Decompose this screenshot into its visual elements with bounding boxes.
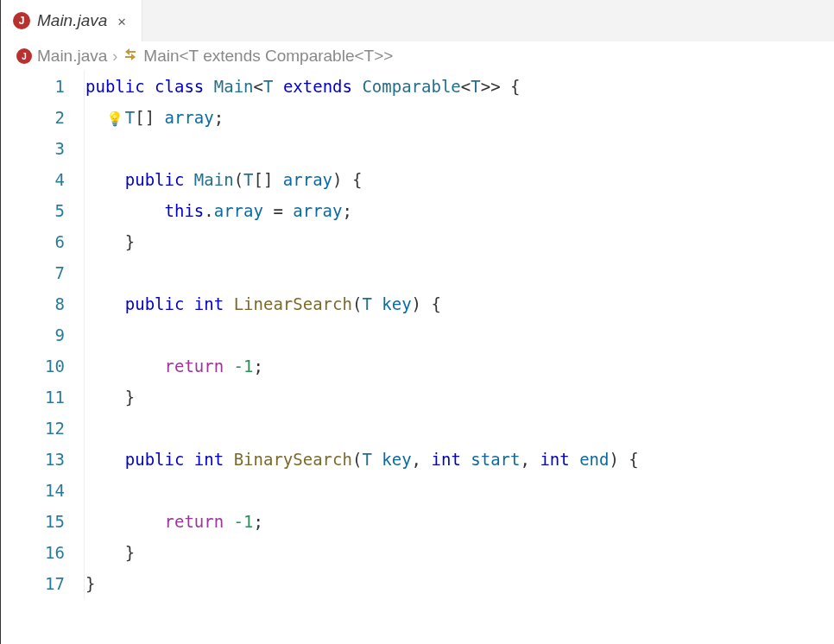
line-number: 3 (1, 133, 65, 164)
line-number: 9 (1, 319, 65, 350)
line-number: 13 (1, 444, 65, 475)
code-editor[interactable]: 1 2 3 4 5 6 7 8 9 10 11 12 13 14 15 16 1… (1, 71, 834, 599)
breadcrumb-symbol[interactable]: Main<T extends Comparable<T>> (143, 47, 393, 66)
line-number: 11 (1, 382, 65, 413)
code-line: } (84, 226, 834, 257)
line-number: 7 (1, 257, 65, 288)
code-line: public int LinearSearch(T key) { (84, 288, 834, 319)
code-line (84, 413, 834, 444)
editor-tab[interactable]: J Main.java ✕ (1, 0, 142, 41)
code-area[interactable]: 💡 public class Main<T extends Comparable… (84, 71, 834, 599)
code-line: } (84, 568, 834, 599)
code-line: public int BinarySearch(T key, int start… (84, 444, 834, 475)
tab-bar: J Main.java ✕ (1, 0, 834, 41)
breadcrumb: J Main.java › Main<T extends Comparable<… (1, 41, 834, 71)
close-icon[interactable]: ✕ (114, 11, 130, 31)
breadcrumb-file[interactable]: Main.java (37, 47, 107, 66)
code-line: return -1; (84, 350, 834, 382)
code-line (84, 133, 834, 164)
code-line (84, 475, 834, 506)
code-line: } (84, 537, 834, 568)
code-line: public class Main<T extends Comparable<T… (84, 71, 834, 102)
tab-label: Main.java (37, 11, 107, 30)
code-line: return -1; (84, 506, 834, 537)
java-file-icon: J (16, 48, 32, 64)
code-line (84, 319, 834, 350)
code-line: public Main(T[] array) { (84, 164, 834, 195)
line-number: 4 (1, 164, 65, 195)
line-number: 8 (1, 288, 65, 319)
line-number: 15 (1, 506, 65, 537)
code-line (84, 257, 834, 288)
line-number: 14 (1, 475, 65, 506)
line-number: 6 (1, 226, 65, 257)
chevron-right-icon: › (112, 47, 117, 66)
line-number: 5 (1, 195, 65, 226)
code-line: } (84, 382, 834, 413)
line-number: 12 (1, 413, 65, 444)
lightbulb-icon[interactable]: 💡 (106, 104, 123, 135)
java-file-icon: J (13, 12, 30, 29)
line-number: 17 (1, 568, 65, 599)
code-line: this.array = array; (84, 195, 834, 226)
line-number: 10 (1, 350, 65, 382)
line-number: 2 (1, 102, 65, 133)
line-number: 1 (1, 71, 65, 102)
class-icon (123, 47, 138, 66)
line-number: 16 (1, 537, 65, 568)
line-number-gutter: 1 2 3 4 5 6 7 8 9 10 11 12 13 14 15 16 1… (1, 71, 84, 599)
code-line: T[] array; (84, 102, 834, 133)
